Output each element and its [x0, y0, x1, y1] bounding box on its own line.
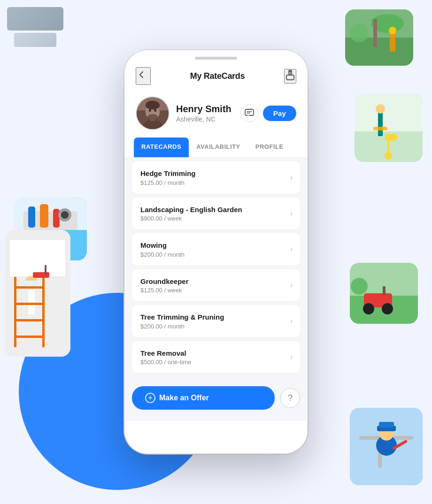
bg-image-cleaning [355, 94, 423, 162]
svg-point-37 [61, 211, 69, 219]
deco-block-2 [14, 33, 56, 47]
svg-rect-5 [390, 33, 395, 52]
svg-point-60 [149, 109, 151, 112]
phone-top-bar [124, 50, 308, 63]
profile-location: Asheville, NC [176, 115, 234, 123]
svg-rect-50 [33, 272, 49, 278]
ratecard-price: $125.00 / month [140, 179, 286, 186]
svg-rect-46 [14, 286, 45, 289]
avatar-image [137, 97, 169, 129]
svg-rect-48 [14, 319, 45, 321]
ratecard-title: Tree Removal [140, 349, 286, 358]
svg-rect-41 [28, 286, 35, 314]
ratecard-title: Tree Trimming & Pruning [140, 313, 286, 322]
ratecard-info: Hedge Trimming $125.00 / month [140, 169, 286, 186]
ratecard-title: Mowing [140, 241, 286, 250]
svg-rect-11 [373, 127, 387, 130]
bg-image-gardening [345, 9, 413, 66]
ratecard-item[interactable]: Landscaping - English Garden $900.00 / w… [132, 198, 300, 230]
ratecard-price: $200.00 / month [140, 323, 286, 330]
ratecards-list: Hedge Trimming $125.00 / month › Landsca… [124, 158, 308, 381]
svg-point-59 [147, 114, 158, 121]
chevron-right-icon: › [290, 245, 293, 253]
ratecard-info: Tree Trimming & Pruning $200.00 / month [140, 313, 286, 330]
svg-point-6 [389, 27, 396, 34]
page-title: My RateCards [190, 71, 245, 81]
ratecard-title: Hedge Trimming [140, 169, 286, 178]
phone-notch [195, 57, 237, 60]
ratecard-price: $900.00 / week [140, 215, 286, 222]
phone-screen: My RateCards [124, 50, 308, 454]
ratecard-title: Groundkeeper [140, 277, 286, 286]
back-button[interactable] [136, 67, 151, 85]
deco-block-1 [7, 7, 63, 31]
svg-rect-1 [345, 38, 413, 66]
svg-rect-49 [14, 336, 45, 338]
help-label: ? [288, 393, 293, 403]
chevron-right-icon: › [290, 317, 293, 325]
ratecard-item[interactable]: Mowing $200.00 / month › [132, 233, 300, 266]
chevron-right-icon: › [290, 209, 293, 218]
ratecard-price: $125.00 / week [140, 287, 286, 294]
tab-ratecards[interactable]: RATECARDS [134, 137, 189, 157]
ratecard-price: $200.00 / month [140, 251, 286, 258]
tab-availability[interactable]: AVAILABILITY [189, 137, 248, 157]
svg-rect-35 [53, 209, 60, 228]
profile-section: Henry Smith Asheville, NC Pay [124, 91, 308, 137]
make-offer-label: Make an Offer [159, 394, 209, 402]
bg-image-plumber [350, 408, 423, 485]
svg-rect-9 [378, 113, 383, 136]
svg-rect-3 [373, 19, 377, 47]
make-offer-button[interactable]: + Make an Offer [132, 386, 275, 410]
svg-point-62 [146, 101, 160, 110]
svg-point-4 [350, 23, 369, 42]
pay-button[interactable]: Pay [263, 106, 296, 121]
svg-rect-28 [379, 422, 394, 428]
bg-image-lawn [350, 263, 418, 324]
plus-icon: + [145, 393, 155, 403]
app-header: My RateCards [124, 63, 308, 91]
ratecard-item[interactable]: Hedge Trimming $125.00 / month › [132, 161, 300, 194]
ratecard-item[interactable]: Tree Trimming & Pruning $200.00 / month … [132, 305, 300, 337]
svg-point-61 [154, 109, 156, 112]
profile-actions: Pay [240, 104, 296, 122]
help-button[interactable]: ? [280, 388, 300, 408]
chevron-right-icon: › [290, 353, 293, 361]
ratecard-info: Groundkeeper $125.00 / week [140, 277, 286, 294]
svg-rect-20 [383, 286, 386, 296]
svg-point-10 [376, 104, 385, 114]
svg-rect-12 [385, 134, 397, 141]
share-button[interactable] [284, 69, 296, 84]
svg-point-21 [351, 278, 368, 295]
phone-mockup: My RateCards [124, 50, 308, 454]
svg-rect-40 [9, 239, 66, 277]
svg-rect-34 [40, 204, 48, 228]
svg-point-19 [382, 303, 393, 314]
chevron-right-icon: › [290, 281, 293, 290]
svg-rect-51 [45, 265, 46, 275]
ratecard-price: $500.00 / one-time [140, 359, 286, 366]
tab-bar: RATECARDS AVAILABILITY PROFILE [124, 137, 308, 158]
bottom-actions: + Make an Offer ? [124, 381, 308, 421]
svg-point-18 [363, 303, 374, 314]
bg-image-painter [5, 230, 70, 357]
ratecard-info: Mowing $200.00 / month [140, 241, 286, 258]
ratecard-item[interactable]: Tree Removal $500.00 / one-time › [132, 341, 300, 374]
svg-rect-33 [28, 206, 35, 228]
avatar [136, 96, 170, 130]
chevron-right-icon: › [290, 173, 293, 182]
ratecard-info: Tree Removal $500.00 / one-time [140, 349, 286, 366]
message-button[interactable] [240, 104, 258, 122]
ratecard-title: Landscaping - English Garden [140, 205, 286, 214]
profile-info: Henry Smith Asheville, NC [176, 103, 234, 123]
svg-point-14 [385, 152, 392, 160]
svg-rect-63 [245, 109, 254, 115]
tab-profile[interactable]: PROFILE [248, 137, 291, 157]
svg-rect-47 [14, 303, 45, 305]
svg-rect-53 [286, 75, 294, 80]
ratecard-item[interactable]: Groundkeeper $125.00 / week › [132, 269, 300, 302]
profile-name: Henry Smith [176, 103, 234, 115]
ratecard-info: Landscaping - English Garden $900.00 / w… [140, 205, 286, 222]
